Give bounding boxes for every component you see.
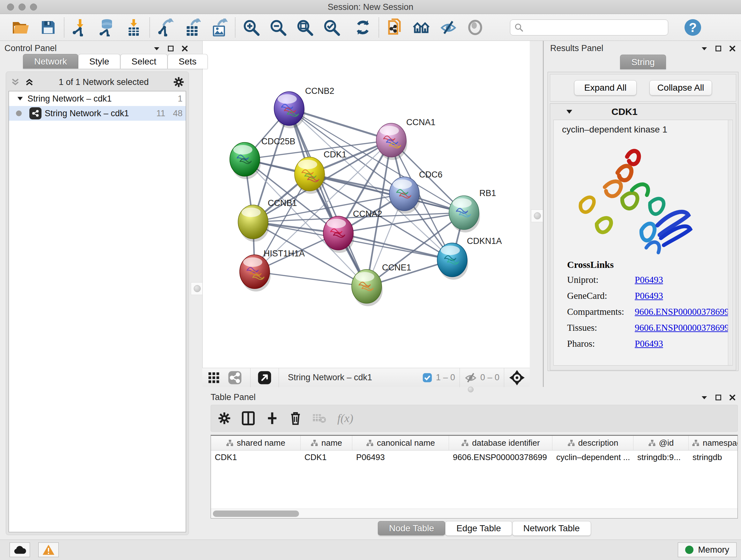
panel-close-icon[interactable] xyxy=(729,394,736,401)
zoom-out-button[interactable] xyxy=(269,18,287,37)
network-node-cdkn1a[interactable]: CDKN1A xyxy=(437,236,502,280)
column-header-description[interactable]: description xyxy=(552,436,633,450)
crosslink-link[interactable]: P06493 xyxy=(635,338,663,349)
table-splitter-handle[interactable] xyxy=(468,387,474,392)
tab-select[interactable]: Select xyxy=(120,54,167,69)
import-network-button[interactable] xyxy=(71,18,89,37)
help-button[interactable]: ? xyxy=(684,18,702,37)
panel-float-icon[interactable] xyxy=(167,45,174,52)
import-database-button[interactable] xyxy=(98,18,116,37)
function-builder-icon[interactable]: f(x) xyxy=(337,412,353,425)
collapse-all-button[interactable]: Collapse All xyxy=(650,80,712,96)
shared-column-icon xyxy=(311,439,318,447)
results-scrollbar[interactable] xyxy=(728,120,732,365)
network-node-rb1[interactable]: RB1 xyxy=(449,188,496,233)
search-box[interactable] xyxy=(510,19,668,36)
panel-close-icon[interactable] xyxy=(729,45,736,52)
save-session-button[interactable] xyxy=(39,18,57,37)
table-row[interactable]: CDK1CDK1P064939606.ENSP00000378699cyclin… xyxy=(211,450,738,464)
cloud-button[interactable] xyxy=(10,543,30,557)
crosslink-link[interactable]: 9606.ENSP00000378699 xyxy=(635,307,729,317)
column-header-name[interactable]: name xyxy=(300,436,352,450)
expand-all-button[interactable]: Expand All xyxy=(574,80,636,96)
birds-eye-grid-icon[interactable] xyxy=(202,371,224,384)
warning-button[interactable] xyxy=(38,543,59,557)
node-table[interactable]: shared namenamecanonical namedatabase id… xyxy=(211,435,738,518)
network-options-gear-icon[interactable] xyxy=(173,77,184,87)
refresh-icon[interactable] xyxy=(354,18,372,37)
collapse-all-icon[interactable] xyxy=(10,77,20,87)
tab-node-table[interactable]: Node Table xyxy=(378,521,445,536)
search-input[interactable] xyxy=(526,22,664,32)
tree-expander-icon[interactable] xyxy=(17,95,23,102)
node-label-ccna1: CCNA1 xyxy=(406,118,435,127)
table-header-row: shared namenamecanonical namedatabase id… xyxy=(211,436,738,450)
table-settings-gear-icon[interactable] xyxy=(218,412,231,425)
zoom-selected-button[interactable] xyxy=(322,18,341,37)
tab-network[interactable]: Network xyxy=(23,54,78,69)
network-collection-row[interactable]: String Network – cdk1 1 xyxy=(9,91,186,106)
delete-table-icon[interactable] xyxy=(313,413,327,424)
network-selection-summary: 1 of 1 Network selected xyxy=(34,77,173,87)
export-network-button[interactable] xyxy=(156,18,175,37)
selected-checkbox-icon[interactable] xyxy=(422,372,433,383)
node-label-ccnb1: CCNB1 xyxy=(268,198,297,208)
network-edge-count: 48 xyxy=(173,109,183,118)
network-node-cdc6[interactable]: CDC6 xyxy=(389,170,443,213)
delete-column-trash-icon[interactable] xyxy=(289,411,301,425)
panel-menu-icon[interactable] xyxy=(701,45,708,52)
collection-label: String Network – cdk1 xyxy=(27,94,170,104)
string-view-icon[interactable] xyxy=(224,371,246,385)
network-row[interactable]: String Network – cdk1 11 48 xyxy=(9,106,186,121)
export-table-button[interactable] xyxy=(183,18,202,37)
panel-close-icon[interactable] xyxy=(181,45,188,52)
panel-float-icon[interactable] xyxy=(715,394,722,401)
crosslink-link[interactable]: 9606.ENSP00000378699 xyxy=(635,322,729,333)
network-node-ccne1[interactable]: CCNE1 xyxy=(352,263,411,306)
column-header-shared-name[interactable]: shared name xyxy=(211,436,300,450)
network-edge[interactable] xyxy=(289,109,367,287)
crosslink-link[interactable]: P06493 xyxy=(635,274,663,285)
share-document-button[interactable] xyxy=(386,18,404,37)
crosslink-link[interactable]: P06493 xyxy=(635,291,663,301)
zoom-fit-button[interactable] xyxy=(295,18,314,37)
node-label-rb1: RB1 xyxy=(479,188,496,198)
home-views-icon[interactable] xyxy=(412,18,431,37)
tab-network-table[interactable]: Network Table xyxy=(512,521,591,536)
column-header-canonical-name[interactable]: canonical name xyxy=(352,436,449,450)
import-table-button[interactable] xyxy=(125,18,143,37)
canvas-results-splitter[interactable] xyxy=(530,41,545,387)
section-expander-icon[interactable] xyxy=(565,108,573,116)
network-canvas[interactable]: CCNB2CCNA1CDC25BCDK1CDC6RB1CCNB1CCNA2CDK… xyxy=(202,41,530,368)
crosslink-label: GeneCard: xyxy=(567,291,635,301)
export-image-button[interactable] xyxy=(210,18,228,37)
tab-style[interactable]: Style xyxy=(78,54,120,69)
table-horizontal-scrollbar[interactable] xyxy=(211,509,738,518)
tab-edge-table[interactable]: Edge Table xyxy=(445,521,512,536)
network-edge[interactable] xyxy=(255,272,367,287)
column-header-database-identifier[interactable]: database identifier xyxy=(449,436,552,450)
crosslink-label: Compartments: xyxy=(567,307,635,317)
results-tab-string[interactable]: String xyxy=(620,55,666,69)
panel-menu-icon[interactable] xyxy=(153,45,160,52)
hide-selection-eye-icon[interactable] xyxy=(439,18,458,37)
tab-sets[interactable]: Sets xyxy=(167,54,208,69)
hidden-eye-icon[interactable] xyxy=(464,372,477,383)
column-header-namespac[interactable]: namespac xyxy=(689,436,738,450)
zoom-in-button[interactable] xyxy=(242,18,260,37)
open-session-button[interactable] xyxy=(12,18,30,37)
panel-float-icon[interactable] xyxy=(715,45,722,52)
network-node-hist1h1a[interactable]: HIST1H1A xyxy=(240,249,305,292)
add-column-icon[interactable] xyxy=(266,411,279,425)
fit-content-crosshair-icon[interactable] xyxy=(504,370,530,385)
crosslink-row: Compartments:9606.ENSP00000378699 xyxy=(567,307,729,317)
memory-button[interactable]: Memory xyxy=(678,543,737,557)
expand-all-icon[interactable] xyxy=(24,77,34,87)
open-in-new-window-icon[interactable] xyxy=(251,371,279,385)
show-all-eye-icon[interactable] xyxy=(466,18,484,37)
network-node-ccna1[interactable]: CCNA1 xyxy=(376,118,435,160)
left-splitter-handle[interactable] xyxy=(191,282,204,295)
show-columns-icon[interactable] xyxy=(242,411,255,426)
column-header-@id[interactable]: @id xyxy=(633,436,689,450)
panel-menu-icon[interactable] xyxy=(701,394,708,401)
